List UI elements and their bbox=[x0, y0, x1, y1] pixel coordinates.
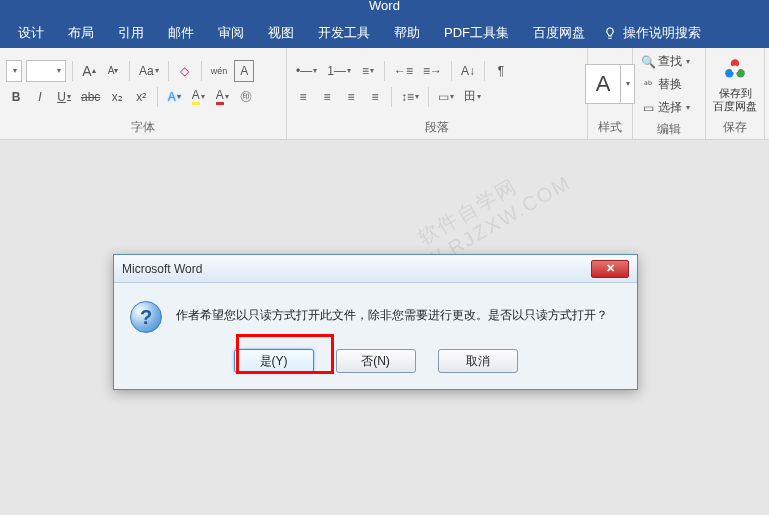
decrease-indent-button[interactable]: ←≡ bbox=[391, 60, 416, 82]
baidu-netdisk-icon[interactable] bbox=[721, 55, 749, 83]
group-save-baidu: 保存到 百度网盘 保存 bbox=[706, 48, 765, 139]
enclose-char-button[interactable]: ㊞ bbox=[236, 86, 256, 108]
tab-references[interactable]: 引用 bbox=[106, 18, 156, 48]
borders-button[interactable]: 田▾ bbox=[461, 86, 484, 108]
group-styles: A ▾ 样式 bbox=[588, 48, 633, 139]
shading-button[interactable]: ▭▾ bbox=[435, 86, 457, 108]
ribbon: ▾ ▾ A▴ A▾ Aa▾ ◇ wén A B I U▾ abc x₂ x² bbox=[0, 48, 769, 140]
align-right-button[interactable]: ≡ bbox=[341, 86, 361, 108]
font-size-combo[interactable]: ▾ bbox=[26, 60, 66, 82]
save-line2: 百度网盘 bbox=[713, 100, 757, 113]
multilevel-button[interactable]: ≡▾ bbox=[358, 60, 378, 82]
dialog-yes-button[interactable]: 是(Y) bbox=[234, 349, 314, 373]
align-justify-button[interactable]: ≡ bbox=[365, 86, 385, 108]
dialog-close-button[interactable]: ✕ bbox=[591, 260, 629, 278]
tab-developer[interactable]: 开发工具 bbox=[306, 18, 382, 48]
group-paragraph-label: 段落 bbox=[287, 119, 587, 139]
tab-review[interactable]: 审阅 bbox=[206, 18, 256, 48]
save-baidu-button[interactable]: 保存到 百度网盘 bbox=[713, 87, 757, 113]
show-marks-button[interactable]: ¶ bbox=[491, 60, 511, 82]
bold-button[interactable]: B bbox=[6, 86, 26, 108]
tab-help[interactable]: 帮助 bbox=[382, 18, 432, 48]
strikethrough-button[interactable]: abc bbox=[78, 86, 103, 108]
text-effects-button[interactable]: A▾ bbox=[164, 86, 184, 108]
dialog-message: 作者希望您以只读方式打开此文件，除非您需要进行更改。是否以只读方式打开？ bbox=[176, 301, 608, 324]
save-line1: 保存到 bbox=[713, 87, 757, 100]
tab-pdf-tools[interactable]: PDF工具集 bbox=[432, 18, 521, 48]
svg-point-3 bbox=[732, 65, 739, 72]
tell-me-search[interactable]: 操作说明搜索 bbox=[597, 24, 701, 42]
search-icon: 🔍 bbox=[641, 55, 655, 69]
font-color-button[interactable]: A▾ bbox=[212, 86, 232, 108]
bullets-button[interactable]: •—▾ bbox=[293, 60, 320, 82]
dialog-cancel-button[interactable]: 取消 bbox=[438, 349, 518, 373]
group-editing: 🔍 查找▾ ᵃᵇ 替换 ▭ 选择▾ 编辑 bbox=[633, 48, 706, 139]
align-center-button[interactable]: ≡ bbox=[317, 86, 337, 108]
underline-button[interactable]: U▾ bbox=[54, 86, 74, 108]
select-button[interactable]: ▭ 选择▾ bbox=[639, 98, 699, 117]
tab-view[interactable]: 视图 bbox=[256, 18, 306, 48]
readonly-dialog: Microsoft Word ✕ ? 作者希望您以只读方式打开此文件，除非您需要… bbox=[113, 254, 638, 390]
clear-format-button[interactable]: ◇ bbox=[175, 60, 195, 82]
close-icon: ✕ bbox=[606, 262, 615, 275]
group-font: ▾ ▾ A▴ A▾ Aa▾ ◇ wén A B I U▾ abc x₂ x² bbox=[0, 48, 287, 139]
numbering-button[interactable]: 1—▾ bbox=[324, 60, 354, 82]
dialog-titlebar[interactable]: Microsoft Word ✕ bbox=[114, 255, 637, 283]
select-icon: ▭ bbox=[641, 101, 655, 115]
dialog-title-text: Microsoft Word bbox=[122, 262, 202, 276]
find-label: 查找 bbox=[658, 53, 682, 70]
dialog-no-button[interactable]: 否(N) bbox=[336, 349, 416, 373]
tab-design[interactable]: 设计 bbox=[6, 18, 56, 48]
tab-baidu-netdisk[interactable]: 百度网盘 bbox=[521, 18, 597, 48]
replace-label: 替换 bbox=[658, 76, 682, 93]
line-spacing-button[interactable]: ↕≡▾ bbox=[398, 86, 422, 108]
group-font-label: 字体 bbox=[0, 119, 286, 139]
question-icon: ? bbox=[130, 301, 162, 333]
ribbon-tab-bar: 设计 布局 引用 邮件 审阅 视图 开发工具 帮助 PDF工具集 百度网盘 操作… bbox=[0, 18, 769, 48]
increase-font-button[interactable]: A▴ bbox=[79, 60, 99, 82]
italic-button[interactable]: I bbox=[30, 86, 50, 108]
tell-me-label: 操作说明搜索 bbox=[623, 24, 701, 42]
group-styles-label: 样式 bbox=[588, 119, 632, 139]
app-title-bar: Word bbox=[0, 0, 769, 18]
highlight-button[interactable]: A▾ bbox=[188, 86, 208, 108]
align-left-button[interactable]: ≡ bbox=[293, 86, 313, 108]
increase-indent-button[interactable]: ≡→ bbox=[420, 60, 445, 82]
replace-button[interactable]: ᵃᵇ 替换 bbox=[639, 75, 699, 94]
phonetic-guide-button[interactable]: wén bbox=[208, 60, 231, 82]
replace-icon: ᵃᵇ bbox=[641, 78, 655, 92]
lightbulb-icon bbox=[603, 26, 617, 40]
tab-layout[interactable]: 布局 bbox=[56, 18, 106, 48]
change-case-button[interactable]: Aa▾ bbox=[136, 60, 162, 82]
subscript-button[interactable]: x₂ bbox=[107, 86, 127, 108]
group-save-label: 保存 bbox=[706, 119, 764, 139]
font-name-combo[interactable]: ▾ bbox=[6, 60, 22, 82]
char-border-button[interactable]: A bbox=[234, 60, 254, 82]
sort-button[interactable]: A↓ bbox=[458, 60, 478, 82]
decrease-font-button[interactable]: A▾ bbox=[103, 60, 123, 82]
group-editing-label: 编辑 bbox=[633, 121, 705, 141]
group-paragraph: •—▾ 1—▾ ≡▾ ←≡ ≡→ A↓ ¶ ≡ ≡ ≡ ≡ ↕≡▾ ▭▾ bbox=[287, 48, 588, 139]
tab-mailings[interactable]: 邮件 bbox=[156, 18, 206, 48]
style-gallery[interactable]: A bbox=[585, 64, 621, 104]
find-button[interactable]: 🔍 查找▾ bbox=[639, 52, 699, 71]
superscript-button[interactable]: x² bbox=[131, 86, 151, 108]
select-label: 选择 bbox=[658, 99, 682, 116]
